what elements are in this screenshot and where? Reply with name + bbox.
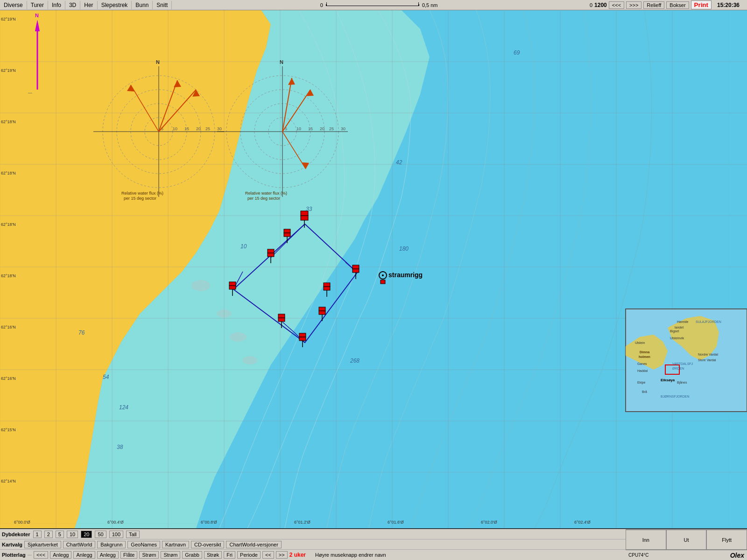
svg-text:62°18'N: 62°18'N	[1, 171, 16, 175]
depth-btn-1[interactable]: 1	[33, 531, 42, 538]
flytt-button[interactable]: Flytt	[706, 530, 747, 550]
svg-text:holmen: holmen	[639, 355, 650, 358]
svg-text:62°18'N: 62°18'N	[1, 222, 16, 227]
bokser-button[interactable]: Bokser	[666, 1, 689, 9]
svg-text:Nordre Vardal: Nordre Vardal	[698, 353, 719, 356]
svg-text:per 15 deg sector: per 15 deg sector	[124, 196, 156, 201]
svg-text:76: 76	[78, 329, 85, 336]
plotterlag-periode[interactable]: Periode	[237, 551, 261, 559]
plotterlag-fri[interactable]: Fri	[224, 551, 235, 559]
map-area[interactable]: N — N 5 10 15 20 25 30	[0, 10, 747, 528]
svg-text:SULAJFJORDEN: SULAJFJORDEN	[696, 320, 721, 323]
top-menu-bar: Diverse Turer Info 3D Her Slepestrek Bun…	[0, 0, 747, 10]
svg-text:Dimna: Dimna	[640, 350, 650, 354]
inn-button[interactable]: Inn	[626, 530, 666, 550]
svg-text:6°02.4'Ø: 6°02.4'Ø	[574, 520, 591, 525]
depth-btn-100[interactable]: 100	[109, 531, 123, 538]
svg-text:62°16'N: 62°16'N	[1, 376, 16, 381]
kartvalg-kartnavn[interactable]: Kartnavn	[162, 541, 189, 548]
svg-rect-97	[324, 287, 330, 290]
svg-rect-91	[229, 286, 236, 289]
menu-item-bunn[interactable]: Bunn	[132, 1, 153, 9]
svg-text:25: 25	[205, 126, 210, 131]
svg-text:landet: landet	[675, 326, 684, 329]
plotterlag-strom-1[interactable]: Strøm	[139, 551, 159, 559]
kartvalg-chartworld[interactable]: ChartWorld	[63, 541, 95, 548]
svg-text:Bjånes: Bjånes	[677, 381, 687, 385]
menu-item-diverse[interactable]: Diverse	[0, 1, 27, 9]
svg-text:straumrigg: straumrigg	[388, 271, 423, 279]
plotterlag-dots: ···	[28, 552, 32, 558]
mini-map-svg: Ulstein Bigset Hareide landet Ulsteinvik…	[626, 309, 747, 412]
svg-text:6°01.2'Ø: 6°01.2'Ø	[294, 520, 310, 525]
menu-item-3d[interactable]: 3D	[65, 1, 80, 9]
menu-item-snitt[interactable]: Snitt	[153, 1, 172, 9]
kartvalg-cd-oversikt[interactable]: CD-oversikt	[191, 541, 224, 548]
svg-rect-85	[284, 233, 290, 237]
menu-item-info[interactable]: Info	[48, 1, 65, 9]
depth-btn-2[interactable]: 2	[44, 531, 53, 538]
plotterlag-anlegg-3[interactable]: Anlegg	[97, 551, 119, 559]
plotterlag-grabb[interactable]: Grabb	[182, 551, 202, 559]
svg-text:33: 33	[306, 206, 312, 212]
svg-text:6°00.8'Ø: 6°00.8'Ø	[201, 520, 217, 525]
nav-prev-button[interactable]: <<<	[609, 1, 624, 9]
scale-value: 0,5 nm	[422, 2, 438, 8]
nav-next-button[interactable]: >>>	[626, 1, 641, 9]
depth-btn-5[interactable]: 5	[56, 531, 64, 538]
plotterlag-arrow-left[interactable]: <<<	[34, 551, 48, 559]
depth-btn-50[interactable]: 50	[95, 531, 106, 538]
svg-text:15: 15	[308, 126, 313, 131]
svg-text:62°19'N: 62°19'N	[1, 68, 16, 73]
depth-btn-tall[interactable]: Tall	[126, 531, 140, 538]
plotterlag-anlegg-2[interactable]: Anlegg	[73, 551, 95, 559]
bottom-right-buttons: Inn Ut Flytt	[626, 529, 747, 550]
scale-line	[326, 4, 419, 6]
svg-rect-95	[352, 265, 359, 269]
plotterlag-nav-rr[interactable]: >>	[276, 551, 288, 559]
plotterlag-strom-2[interactable]: Strøm	[161, 551, 180, 559]
svg-text:54: 54	[103, 374, 109, 380]
svg-text:Brå: Brå	[642, 390, 647, 393]
relief-button[interactable]: Relieff	[643, 1, 664, 9]
svg-text:62°16'N: 62°16'N	[1, 325, 16, 329]
svg-text:6°00.0'Ø: 6°00.0'Ø	[14, 520, 30, 525]
plotterlag-anlegg-1[interactable]: Anlegg	[50, 551, 71, 559]
menu-item-her[interactable]: Her	[80, 1, 97, 9]
menu-item-turer[interactable]: Turer	[27, 1, 48, 9]
kartvalg-geonames[interactable]: GeoNames	[127, 541, 160, 548]
svg-point-109	[382, 274, 384, 276]
cpu-olex-bar: CPU74°C Olex	[626, 550, 747, 560]
print-button[interactable]: Print	[691, 0, 712, 9]
zoom-value: 1200	[594, 2, 607, 8]
plotterlag-nav-ll[interactable]: <<	[262, 551, 274, 559]
svg-text:6°00.4'Ø: 6°00.4'Ø	[107, 520, 124, 525]
kartvalg-sjokartverket[interactable]: Sjøkartverket	[24, 541, 61, 548]
svg-text:Ulsteinvik: Ulsteinvik	[670, 336, 684, 340]
map-svg: N — N 5 10 15 20 25 30	[0, 10, 747, 528]
depth-btn-20[interactable]: 20	[81, 531, 92, 538]
svg-text:62°18'N: 62°18'N	[1, 119, 16, 124]
plotterlag-label: Plotterlag	[2, 552, 26, 558]
svg-text:Relative water flux (%): Relative water flux (%)	[121, 191, 163, 196]
svg-text:62°19'N: 62°19'N	[1, 17, 16, 21]
svg-rect-89	[268, 249, 274, 253]
kartvalg-chartworld-versjoner[interactable]: ChartWorld-versjoner	[226, 541, 281, 548]
svg-text:Bigset: Bigset	[670, 329, 679, 333]
svg-text:268: 268	[350, 357, 359, 364]
svg-text:62°14'N: 62°14'N	[1, 479, 16, 483]
plotterlag-strok[interactable]: Strøk	[204, 551, 222, 559]
svg-text:180: 180	[399, 245, 409, 252]
svg-text:69: 69	[514, 49, 520, 56]
kartvalg-bakgrunn[interactable]: Bakgrunn	[97, 541, 126, 548]
menu-item-slepestrek[interactable]: Slepestrek	[98, 1, 132, 9]
depth-btn-10[interactable]: 10	[67, 531, 78, 538]
plotterlag-highlight: 2 uker	[289, 552, 306, 558]
plotterlag-flate[interactable]: Flåte	[120, 551, 137, 559]
svg-text:30: 30	[341, 126, 345, 131]
plotterlag-message: Høyre museknapp endrer navn	[315, 552, 386, 558]
ut-button[interactable]: Ut	[666, 530, 707, 550]
svg-rect-101	[319, 307, 325, 311]
svg-rect-86	[284, 229, 290, 233]
svg-rect-94	[352, 269, 359, 273]
